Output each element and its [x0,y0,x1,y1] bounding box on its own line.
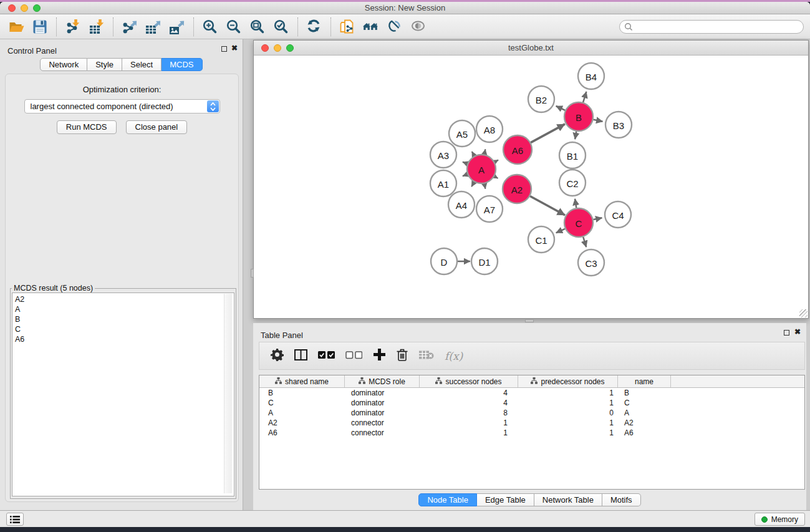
network-from-selection-button[interactable] [335,16,359,37]
table-cell[interactable]: dominator [345,409,420,417]
table-cell[interactable]: 8 [420,409,518,417]
table-cell[interactable]: connector [345,428,420,437]
table-cell[interactable]: 4 [420,399,518,407]
table-row[interactable]: A6connector11A6 [259,428,804,438]
home-button[interactable] [359,16,383,37]
graph-edge-B-B2[interactable] [556,106,566,110]
column-header-shared-name[interactable]: shared name [259,375,345,387]
zoom-out-button[interactable] [222,16,246,37]
tab-network[interactable]: Network [40,58,87,71]
graph-node-C[interactable]: C [564,208,593,237]
result-item[interactable]: A [15,304,234,314]
table-cell[interactable]: B [618,389,671,397]
split-panel-button[interactable] [294,349,307,364]
graph-node-C4[interactable]: C4 [605,201,631,228]
zoom-in-button[interactable] [198,16,222,37]
graph-node-B[interactable]: B [564,102,593,131]
memory-button[interactable]: Memory [755,513,805,526]
horizontal-splitter-handle[interactable] [525,319,534,322]
create-column-button[interactable] [373,349,385,364]
table-cell[interactable]: 4 [420,389,518,397]
tab-style[interactable]: Style [87,58,122,71]
table-cell[interactable]: connector [345,418,420,427]
table-cell[interactable]: 1 [420,428,518,437]
table-cell[interactable]: A [259,409,345,417]
import-table-button[interactable] [85,16,108,37]
column-header-MCDS-role[interactable]: MCDS role [345,375,420,387]
table-cell[interactable]: A [618,409,671,417]
table-tab-network-table[interactable]: Network Table [534,493,602,506]
table-row[interactable]: Cdominator41C [259,398,804,408]
graph-edge-A-A7[interactable] [485,184,486,189]
run-mcds-button[interactable]: Run MCDS [57,120,117,134]
graph-edge-A-A6[interactable] [494,160,498,162]
graph-node-A2[interactable]: A2 [503,175,531,203]
column-header-name[interactable]: name [618,375,671,387]
refresh-layout-button[interactable] [302,16,326,37]
graph-edge-B-B4[interactable] [583,92,586,102]
graph-node-C1[interactable]: C1 [528,226,554,253]
result-item[interactable]: B [15,314,234,324]
table-cell[interactable]: C [618,399,671,407]
graph-node-A8[interactable]: A8 [476,116,503,142]
graph-edge-A-A5[interactable] [472,152,475,156]
graph-edge-A-A2[interactable] [494,177,498,178]
style-preview-toggle-button[interactable] [383,16,407,37]
table-close-panel-icon[interactable]: ✖ [794,327,801,336]
table-cell[interactable]: A6 [259,428,345,437]
graph-node-B3[interactable]: B3 [605,112,632,138]
table-tab-edge-table[interactable]: Edge Table [477,493,534,506]
search-box[interactable] [619,20,804,34]
table-cell[interactable]: 1 [518,428,618,437]
save-session-button[interactable] [28,16,52,37]
graph-edge-A-A8[interactable] [485,149,486,154]
table-cell[interactable]: A2 [618,418,671,427]
graph-node-A6[interactable]: A6 [503,135,532,164]
graph-node-C3[interactable]: C3 [578,249,604,276]
graph-edge-A2-C[interactable] [530,196,565,216]
graph-node-A5[interactable]: A5 [449,120,475,147]
result-item[interactable]: A6 [15,334,234,344]
export-table-button[interactable] [142,16,165,37]
table-cell[interactable]: 1 [518,418,618,427]
zoom-fit-button[interactable] [246,16,269,37]
table-cell[interactable]: A2 [259,418,345,427]
graph-edge-B-B3[interactable] [594,120,603,122]
table-tab-node-table[interactable]: Node Table [418,493,477,506]
network-window-titlebar[interactable]: testGlobe.txt [254,41,808,56]
mcds-result-list[interactable]: A2ABCA6 [12,293,234,496]
graph-edge-C-C1[interactable] [556,229,565,233]
import-network-button[interactable] [61,16,85,37]
hide-all-columns-button[interactable] [345,349,362,364]
graph-node-A1[interactable]: A1 [430,170,456,196]
graph-edge-C-C4[interactable] [594,218,602,220]
table-cell[interactable]: 0 [518,409,618,417]
network-canvas[interactable]: B4 B2 B B3 B1 A5 A8 A6 A3 A A1 C2 A2 [254,56,808,318]
graph-edge-B-B1[interactable] [575,132,576,140]
table-row[interactable]: Adominator80A [259,408,804,418]
table-cell[interactable]: A6 [618,428,671,437]
table-float-panel-icon[interactable] [784,330,789,336]
vertical-splitter-handle[interactable] [251,269,254,278]
graph-node-C2[interactable]: C2 [559,170,586,196]
table-row[interactable]: Bdominator41B [259,388,804,398]
table-row[interactable]: A2connector11A2 [259,418,804,428]
table-cell[interactable]: B [259,389,345,397]
table-cell[interactable]: C [259,399,345,407]
graph-node-B2[interactable]: B2 [528,86,554,112]
column-header-successor-nodes[interactable]: successor nodes [420,375,518,387]
graph-node-A3[interactable]: A3 [430,142,456,168]
result-item[interactable]: C [15,324,234,334]
graph-edge-A6-B[interactable] [531,124,565,143]
zoom-selected-button[interactable] [269,16,293,37]
graph-node-A4[interactable]: A4 [448,191,475,218]
graphics-details-toggle-button[interactable] [407,16,430,37]
graph-node-B4[interactable]: B4 [578,63,604,89]
tab-select[interactable]: Select [122,58,162,71]
graph-edge-A-A4[interactable] [471,182,474,186]
graph-node-A[interactable]: A [467,155,496,183]
window-titlebar[interactable]: Session: New Session [0,2,810,14]
search-input[interactable] [634,21,803,32]
graph-edge-A-A3[interactable] [463,162,468,164]
float-panel-icon[interactable] [221,46,227,52]
